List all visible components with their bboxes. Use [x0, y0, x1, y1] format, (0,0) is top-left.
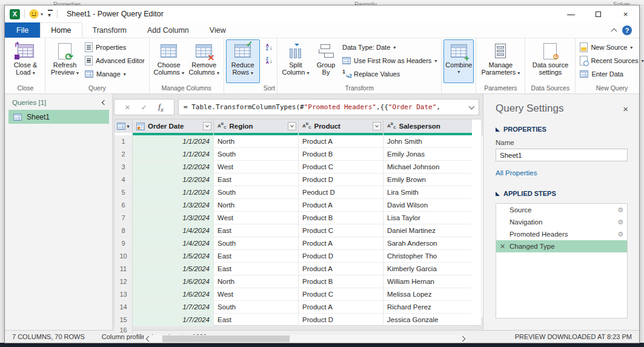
manage-parameters-button[interactable]: Manage Parameters ▾	[478, 39, 523, 83]
cell[interactable]: North	[214, 275, 299, 288]
cell[interactable]: Product B	[299, 212, 383, 224]
cell[interactable]: 1/1/2024	[133, 186, 214, 199]
sort-ascending-button[interactable]: AZ↓	[264, 41, 275, 54]
cell[interactable]: 1/6/2024	[133, 288, 214, 301]
minimize-button[interactable]: —	[557, 5, 585, 22]
delete-step-icon[interactable]: ✕	[500, 243, 510, 251]
cell[interactable]: 1/2/2024	[133, 161, 214, 174]
applied-step[interactable]: Navigation⚙	[496, 216, 627, 228]
cell[interactable]: 1/1/2024	[133, 135, 214, 148]
cell[interactable]: Product C	[299, 161, 383, 174]
cell[interactable]: William Hernan	[383, 275, 471, 288]
tab-transform[interactable]: Transform	[82, 22, 138, 38]
column-header-region[interactable]: ABC Region	[214, 120, 299, 133]
use-first-row-as-headers-button[interactable]: Use First Row as Headers ▾	[340, 54, 439, 67]
maximize-button[interactable]	[585, 5, 612, 22]
cell[interactable]: Emily Jonas	[383, 148, 471, 161]
choose-columns-button[interactable]: Choose Columns ▾	[151, 39, 187, 83]
cell[interactable]: 1/7/2024	[133, 314, 214, 326]
cell[interactable]: 1/3/2024	[133, 199, 214, 212]
cell[interactable]: South	[214, 237, 299, 250]
feedback-smiley-icon[interactable]	[29, 9, 39, 19]
collapse-ribbon-icon[interactable]	[611, 28, 617, 34]
cell[interactable]: East	[214, 224, 299, 237]
commit-formula-icon[interactable]: ✓	[141, 103, 147, 112]
select-all-corner-button[interactable]: ▾	[115, 120, 133, 133]
data-source-settings-button[interactable]: ⚙ Data source settings	[527, 39, 573, 83]
cell[interactable]: Lisa Taylor	[383, 212, 471, 224]
data-type-button[interactable]: Data Type: Date ▾	[340, 41, 439, 54]
cell[interactable]: Product A	[299, 199, 383, 212]
cell[interactable]: North	[214, 199, 299, 212]
cell[interactable]: Product A	[299, 237, 383, 250]
cell[interactable]: Product D	[299, 250, 383, 263]
cell[interactable]: Melissa Lopez	[383, 288, 471, 301]
horizontal-scroll-thumb[interactable]	[162, 335, 290, 342]
properties-button[interactable]: Properties	[82, 41, 147, 54]
cell[interactable]: West	[214, 161, 299, 174]
cell[interactable]: East	[214, 314, 299, 326]
cell[interactable]: West	[214, 288, 299, 301]
cell[interactable]: Product A	[299, 301, 383, 314]
cell[interactable]: North	[214, 135, 299, 148]
formula-input[interactable]: = Table.TransformColumnTypes(#"Promoted …	[178, 99, 479, 115]
cell[interactable]: 1/5/2024	[133, 263, 214, 275]
group-by-button[interactable]: Group By	[312, 39, 340, 83]
cell[interactable]: Kimberly Garcia	[383, 263, 471, 275]
cell[interactable]: East	[214, 250, 299, 263]
cell[interactable]: 1/5/2024	[133, 250, 214, 263]
column-header-product[interactable]: ABC Product	[299, 120, 383, 133]
cell[interactable]: Michael Johnson	[383, 161, 471, 174]
cell[interactable]: South	[214, 148, 299, 161]
cell[interactable]: Lira Smith	[383, 186, 471, 199]
cell[interactable]: Product B	[299, 148, 383, 161]
cell[interactable]: Christopher Tho	[383, 250, 471, 263]
remove-columns-button[interactable]: ✕ Remove Columns ▾	[187, 39, 222, 83]
applied-step[interactable]: Promoted Headers⚙	[496, 228, 627, 240]
properties-section-header[interactable]: PROPERTIES	[496, 126, 628, 133]
cell[interactable]: Peoduct D	[299, 186, 383, 199]
cell[interactable]: South	[214, 186, 299, 199]
cell[interactable]: Product A	[299, 135, 383, 148]
cell[interactable]: Product C	[299, 224, 383, 237]
replace-values-button[interactable]: 1⤷2 Replace Values	[340, 67, 439, 81]
tab-home[interactable]: Home	[40, 22, 82, 38]
horizontal-scrollbar[interactable]	[144, 335, 466, 343]
reduce-rows-button[interactable]: ✓ Reduce Rows ▾	[226, 39, 260, 83]
tab-file[interactable]: File	[5, 22, 40, 38]
cell[interactable]: West	[214, 212, 299, 224]
cell[interactable]: 1/4/2024	[133, 224, 214, 237]
quick-access-toolbar-icon[interactable]: ▾	[48, 10, 53, 18]
cell[interactable]: Product D	[299, 314, 383, 326]
cell[interactable]: John Smith	[383, 135, 471, 148]
cell[interactable]: Richard Perez	[383, 301, 471, 314]
cell[interactable]: East	[214, 263, 299, 275]
refresh-preview-button[interactable]: ⟳ Refresh Preview ▾	[47, 39, 82, 83]
filter-dropdown-icon[interactable]	[373, 122, 381, 130]
manage-button[interactable]: Manage ▾	[82, 67, 147, 81]
help-icon[interactable]: ?	[622, 25, 632, 35]
close-button[interactable]: ×	[612, 5, 639, 22]
cell[interactable]: 1/3/2024	[133, 212, 214, 224]
cell[interactable]: Product B	[299, 275, 383, 288]
enter-data-button[interactable]: Enter Data	[577, 67, 644, 81]
smiley-dropdown-caret-icon[interactable]: ▾	[41, 12, 43, 17]
advanced-editor-button[interactable]: Advanced Editor	[82, 54, 147, 67]
expand-formula-bar-icon[interactable]	[469, 103, 475, 109]
cell[interactable]: Product A	[299, 263, 383, 275]
cancel-formula-icon[interactable]: ×	[125, 103, 130, 112]
cell[interactable]: Emily Brown	[383, 174, 471, 186]
cell[interactable]: Daniel Martinez	[383, 224, 471, 237]
filter-dropdown-icon[interactable]	[203, 122, 211, 130]
close-settings-icon[interactable]: ×	[623, 104, 628, 114]
cell[interactable]: 1/1/2024	[133, 148, 214, 161]
step-settings-gear-icon[interactable]: ⚙	[617, 231, 623, 238]
cell[interactable]: 1/7/2024	[133, 301, 214, 314]
query-item-sheet1[interactable]: Sheet1	[8, 110, 109, 124]
cell[interactable]: 1/6/2024	[133, 275, 214, 288]
filter-dropdown-icon[interactable]	[288, 122, 296, 130]
cell[interactable]: East	[214, 174, 299, 186]
collapse-queries-pane-icon[interactable]	[102, 100, 107, 105]
query-name-input[interactable]	[496, 149, 628, 161]
column-header-salesperson[interactable]: ABC Salesperson	[383, 120, 472, 133]
